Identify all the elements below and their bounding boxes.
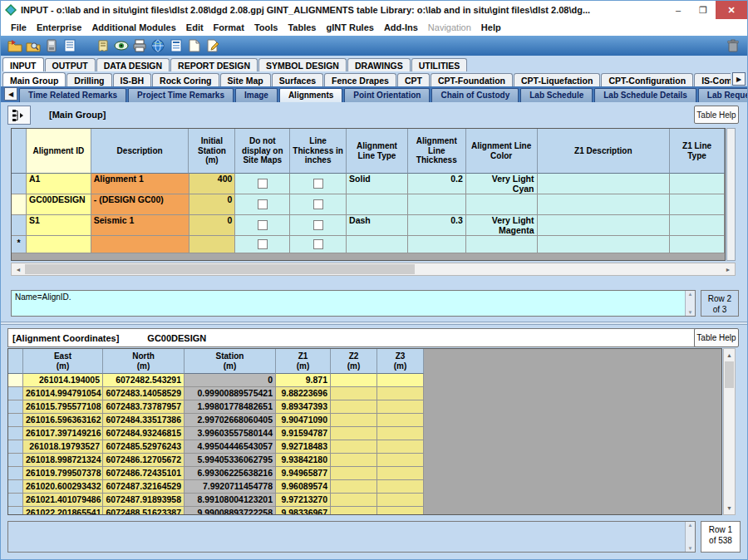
tab-surfaces[interactable]: Surfaces	[272, 73, 323, 86]
alignment-id-cell[interactable]	[27, 236, 91, 253]
z1-cell[interactable]: 9.871	[276, 374, 331, 387]
row-selector[interactable]	[12, 215, 27, 236]
z1-cell[interactable]: 9.89347393	[276, 400, 331, 414]
tab-lab-schedule[interactable]: Lab Schedule	[520, 88, 593, 102]
z2-cell[interactable]	[331, 400, 377, 414]
menu-gint-rules[interactable]: gINT Rules	[321, 22, 378, 32]
table-icon[interactable]	[167, 37, 185, 54]
tab-output[interactable]: OUTPUT	[45, 58, 96, 71]
east-cell[interactable]: 261022.201865541	[23, 507, 103, 515]
z2-cell[interactable]	[331, 454, 377, 467]
scroll-down-icon[interactable]: ▼	[688, 546, 693, 551]
north-cell[interactable]: 6072487.32164529	[103, 480, 185, 494]
tab-alignments[interactable]: Alignments	[279, 88, 342, 102]
z3-cell[interactable]	[377, 414, 424, 427]
line-thickness-inches-checkbox[interactable]	[313, 179, 323, 189]
do-not-display-cell[interactable]	[235, 174, 290, 194]
tab-drawings[interactable]: DRAWINGS	[347, 58, 411, 71]
north-cell[interactable]: 6072484.33517386	[103, 414, 185, 427]
save-icon[interactable]	[42, 37, 61, 54]
z1-description-cell[interactable]	[538, 174, 671, 194]
do-not-display-checkbox[interactable]	[258, 199, 268, 209]
delete-icon[interactable]	[724, 37, 742, 54]
tab-fence-drapes[interactable]: Fence Drapes	[324, 73, 396, 86]
z2-cell[interactable]	[331, 440, 377, 454]
tab-cpt-configuration[interactable]: CPT-Configuration	[601, 73, 693, 86]
z1-cell[interactable]: 9.88223696	[276, 387, 331, 400]
north-cell[interactable]: 6072485.52976243	[103, 440, 185, 454]
minimize-button[interactable]: –	[666, 1, 691, 19]
east-cell[interactable]: 261019.799507378	[23, 467, 103, 480]
east-cell[interactable]: 261016.596363162	[23, 414, 103, 427]
coordinates-vertical-scrollbar[interactable]: ▲ ▼	[723, 348, 736, 515]
north-cell[interactable]: 6072486.72435101	[103, 467, 185, 480]
row-selector[interactable]	[8, 494, 23, 507]
z1-description-cell[interactable]	[538, 194, 671, 215]
line-thickness-inches-checkbox[interactable]	[313, 199, 323, 209]
row-selector[interactable]	[8, 467, 23, 480]
tab-cpt-liquefaction[interactable]: CPT-Liquefaction	[514, 73, 600, 86]
open-project-icon[interactable]	[6, 37, 24, 54]
alignment-line-type-cell[interactable]	[347, 194, 408, 215]
z1-cell[interactable]: 9.98336967	[276, 507, 331, 515]
tab-lab-request[interactable]: Lab Request	[698, 88, 747, 102]
station-cell[interactable]: 1.99801778482651	[185, 400, 276, 414]
tab-utilities[interactable]: UTILITIES	[411, 58, 468, 71]
preview-eye-icon[interactable]	[112, 37, 130, 54]
east-cell[interactable]: 261018.19793527	[23, 440, 103, 454]
alignment-id-cell[interactable]: S1	[27, 215, 91, 236]
globe-icon[interactable]	[149, 37, 167, 54]
group-navigator-button[interactable]	[7, 106, 31, 125]
z2-cell[interactable]	[331, 374, 377, 387]
z1-cell[interactable]: 9.93842180	[276, 454, 331, 467]
z3-cell[interactable]	[377, 454, 424, 467]
alignment-id-cell[interactable]: A1	[27, 174, 91, 194]
z3-cell[interactable]	[377, 427, 424, 440]
scroll-up-icon[interactable]: ▲	[688, 523, 693, 528]
station-cell[interactable]: 3.99603557580144	[185, 427, 276, 440]
new-document-icon[interactable]	[185, 37, 204, 54]
alignment-line-type-cell[interactable]: Dash	[347, 215, 408, 236]
do-not-display-cell[interactable]	[235, 236, 290, 253]
tab-project-time-remarks[interactable]: Project Time Remarks	[128, 88, 234, 102]
z3-cell[interactable]	[377, 507, 424, 515]
z1-description-cell[interactable]	[538, 236, 671, 253]
z1-line-type-cell[interactable]	[670, 215, 725, 236]
row-selector[interactable]	[8, 400, 23, 414]
scroll-tabs-left-button[interactable]: ◀	[4, 87, 17, 101]
z3-cell[interactable]	[377, 494, 424, 507]
initial-station-cell[interactable]: 0	[189, 194, 236, 215]
do-not-display-checkbox[interactable]	[258, 179, 268, 189]
z1-cell[interactable]: 9.92718483	[276, 440, 331, 454]
z1-cell[interactable]: 9.90471090	[276, 414, 331, 427]
north-cell[interactable]: 6072488.51623387	[103, 507, 185, 515]
north-cell[interactable]: 6072483.14058529	[103, 387, 185, 400]
tab-drilling[interactable]: Drilling	[66, 73, 111, 86]
alignment-line-thickness-cell[interactable]: 0.2	[408, 174, 466, 194]
initial-station-cell[interactable]: 0	[189, 215, 236, 236]
table-help-button-top[interactable]: Table Help	[694, 106, 739, 124]
z1-cell[interactable]: 9.96089574	[276, 480, 331, 494]
scroll-down-icon[interactable]: ▼	[688, 310, 693, 315]
description-cell[interactable]	[91, 236, 189, 253]
description-cell[interactable]: Seismic 1	[91, 215, 189, 236]
station-cell[interactable]: 6.99306225638216	[185, 467, 276, 480]
menu-add-ins[interactable]: Add-Ins	[379, 22, 423, 32]
alignment-line-color-cell[interactable]: Very Light Magenta	[466, 215, 538, 236]
tab-cpt[interactable]: CPT	[397, 73, 430, 86]
description-cell[interactable]: Alignment 1	[91, 174, 189, 194]
tab-time-related-remarks[interactable]: Time Related Remarks	[19, 88, 126, 102]
do-not-display-cell[interactable]	[235, 194, 290, 215]
north-cell[interactable]: 6072483.73787957	[103, 400, 185, 414]
scroll-left-icon[interactable]: ◄	[12, 263, 25, 275]
north-cell[interactable]: 6072487.91893958	[103, 494, 185, 507]
tab-main-group[interactable]: Main Group	[2, 72, 66, 86]
alignment-line-thickness-cell[interactable]	[408, 194, 466, 215]
row-selector[interactable]	[12, 174, 27, 194]
vscroll-thumb[interactable]	[725, 361, 734, 388]
tab-cpt-foundation[interactable]: CPT-Foundation	[431, 73, 513, 86]
z2-cell[interactable]	[331, 494, 377, 507]
line-thickness-inches-cell[interactable]	[290, 215, 347, 236]
station-cell[interactable]: 0.99900889575421	[185, 387, 276, 400]
z2-cell[interactable]	[331, 387, 377, 400]
